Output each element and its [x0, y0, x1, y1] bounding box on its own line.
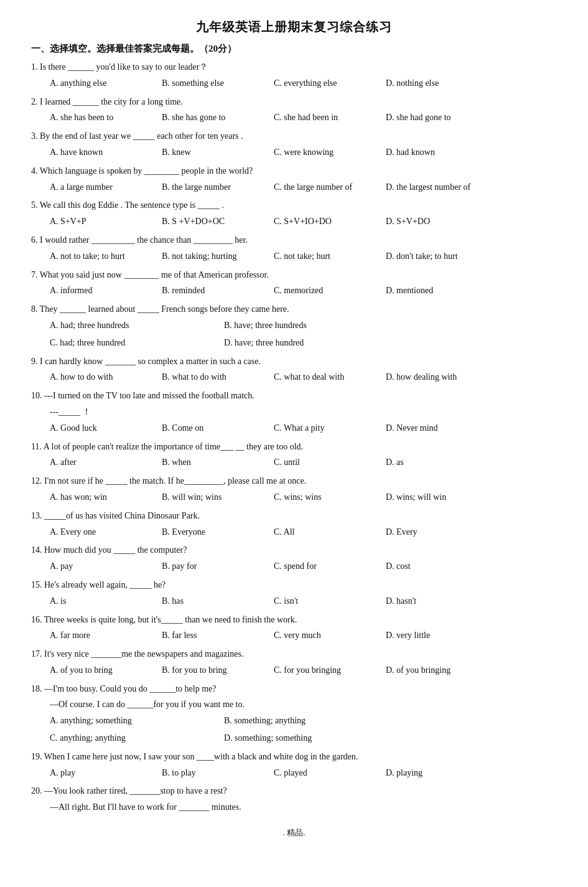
option-19-1: B. to play	[162, 766, 255, 781]
question-18: 18. —I'm too busy. Could you do ______to…	[31, 682, 557, 746]
options-row-3: A. have knownB. knewC. were knowingD. ha…	[31, 145, 557, 160]
option-11-3: D. as	[386, 455, 479, 470]
options-row-9: A. how to do withB. what to do withC. wh…	[31, 370, 557, 385]
question-7: 7. What you said just now ________ me of…	[31, 268, 557, 299]
option-15-3: D. hasn't	[386, 594, 479, 609]
question-6: 6. I would rather __________ the chance …	[31, 233, 557, 264]
option-14-1: B. pay for	[162, 559, 255, 574]
option-ml-8-0-0: A. had; three hundreds	[50, 318, 205, 333]
question-1: 1. Is there ______ you'd like to say to …	[31, 60, 557, 91]
question-text-9: 9. I can hardly know _______ so complex …	[31, 354, 557, 369]
option-17-1: B. for you to bring	[162, 663, 255, 678]
option-4-3: D. the largest number of	[386, 180, 479, 195]
option-7-1: B. reminded	[162, 283, 255, 298]
options-row-13: A. Every oneB. EveryoneC. AllD. Every	[31, 525, 557, 540]
option-5-1: B. S +V+DO+OC	[162, 214, 255, 229]
question-3: 3. By the end of last year we _____ each…	[31, 129, 557, 160]
option-12-0: A. has won; win	[50, 490, 143, 505]
question-text-2: 2. I learned ______ the city for a long …	[31, 95, 557, 110]
option-ml-8-0-1: B. have; three hundreds	[224, 318, 380, 333]
option-17-0: A. of you to bring	[50, 663, 143, 678]
question-17: 17. It's very nice _______me the newspap…	[31, 647, 557, 678]
option-2-3: D. she had gone to	[386, 110, 479, 125]
options-multirow-18-1: C. anything; anythingD. something; somet…	[31, 731, 557, 746]
question-text-17: 17. It's very nice _______me the newspap…	[31, 647, 557, 662]
question-5: 5. We call this dog Eddie . The sentence…	[31, 198, 557, 229]
question-text-3: 3. By the end of last year we _____ each…	[31, 129, 557, 144]
question-2: 2. I learned ______ the city for a long …	[31, 95, 557, 126]
option-11-2: C. until	[274, 455, 367, 470]
question-8: 8. They ______ learned about _____ Frenc…	[31, 302, 557, 350]
options-row-7: A. informedB. remindedC. memorizedD. men…	[31, 283, 557, 298]
options-row-11: A. afterB. whenC. untilD. as	[31, 455, 557, 470]
option-7-0: A. informed	[50, 283, 143, 298]
page-title: 九年级英语上册期末复习综合练习	[31, 19, 557, 35]
options-row-16: A. far moreB. far lessC. very muchD. ver…	[31, 628, 557, 643]
option-19-3: D. playing	[386, 766, 479, 781]
option-ml-8-1-0: C. had; three hundred	[50, 336, 205, 350]
question-14: 14. How much did you _____ the computer?…	[31, 543, 557, 574]
option-3-3: D. had known	[386, 145, 479, 160]
options-row-6: A. not to take; to hurtB. not taking; hu…	[31, 249, 557, 264]
question-subtext-10: ---_____ ！	[50, 405, 557, 420]
option-7-3: D. mentioned	[386, 283, 479, 298]
question-text-6: 6. I would rather __________ the chance …	[31, 233, 557, 248]
question-9: 9. I can hardly know _______ so complex …	[31, 354, 557, 385]
option-1-0: A. anything else	[50, 76, 143, 91]
option-19-2: C. played	[274, 766, 367, 781]
question-text-5: 5. We call this dog Eddie . The sentence…	[31, 198, 557, 213]
footer-label: . 精品.	[31, 827, 557, 838]
option-12-2: C. wins; wins	[274, 490, 367, 505]
question-text-18: 18. —I'm too busy. Could you do ______to…	[31, 682, 557, 697]
question-text-10: 10. ---I turned on the TV too late and m…	[31, 388, 557, 403]
options-multirow-8-0: A. had; three hundredsB. have; three hun…	[31, 318, 557, 333]
option-16-2: C. very much	[274, 628, 367, 643]
option-6-1: B. not taking; hurting	[162, 249, 255, 264]
option-7-2: C. memorized	[274, 283, 367, 298]
option-13-0: A. Every one	[50, 525, 143, 540]
option-12-1: B. will win; wins	[162, 490, 255, 505]
option-5-3: D. S+V+DO	[386, 214, 479, 229]
question-text-7: 7. What you said just now ________ me of…	[31, 268, 557, 283]
option-10-2: C. What a pity	[274, 421, 367, 436]
option-ml-18-0-1: B. something; anything	[224, 713, 380, 728]
options-row-4: A. a large numberB. the large numberC. t…	[31, 180, 557, 195]
options-row-5: A. S+V+PB. S +V+DO+OCC. S+V+IO+DOD. S+V+…	[31, 214, 557, 229]
question-text-4: 4. Which language is spoken by ________ …	[31, 164, 557, 179]
question-text-13: 13. _____of us has visited China Dinosau…	[31, 509, 557, 523]
option-9-2: C. what to deal with	[274, 370, 367, 385]
option-19-0: A. play	[50, 766, 143, 781]
option-16-0: A. far more	[50, 628, 143, 643]
option-10-0: A. Good luck	[50, 421, 143, 436]
question-text-1: 1. Is there ______ you'd like to say to …	[31, 60, 557, 75]
option-ml-18-0-0: A. anything; something	[50, 713, 205, 728]
options-row-2: A. she has been toB. she has gone toC. s…	[31, 110, 557, 125]
option-3-2: C. were knowing	[274, 145, 367, 160]
question-text-16: 16. Three weeks is quite long, but it's_…	[31, 612, 557, 627]
option-17-2: C. for you bringing	[274, 663, 367, 678]
question-15: 15. He's already well again, _____ he?A.…	[31, 578, 557, 609]
question-11: 11. A lot of people can't realize the im…	[31, 439, 557, 471]
option-14-2: C. spend for	[274, 559, 367, 574]
option-15-2: C. isn't	[274, 594, 367, 609]
option-12-3: D. wins; will win	[386, 490, 479, 505]
option-16-3: D. very little	[386, 628, 479, 643]
option-6-2: C. not take; hurt	[274, 249, 367, 264]
option-ml-18-1-0: C. anything; anything	[50, 731, 205, 746]
question-12: 12. I'm not sure if he _____ the match. …	[31, 474, 557, 505]
option-10-3: D. Never mind	[386, 421, 479, 436]
option-9-3: D. how dealing with	[386, 370, 479, 385]
option-2-1: B. she has gone to	[162, 110, 255, 125]
question-text-15: 15. He's already well again, _____ he?	[31, 578, 557, 593]
option-17-3: D. of you bringing	[386, 663, 479, 678]
options-row-19: A. playB. to playC. playedD. playing	[31, 766, 557, 781]
option-5-0: A. S+V+P	[50, 214, 143, 229]
option-11-0: A. after	[50, 455, 143, 470]
option-1-2: C. everything else	[274, 76, 367, 91]
question-16: 16. Three weeks is quite long, but it's_…	[31, 612, 557, 644]
options-row-15: A. isB. hasC. isn'tD. hasn't	[31, 594, 557, 609]
question-text-12: 12. I'm not sure if he _____ the match. …	[31, 474, 557, 489]
question-subtext-20: —All right. But I'll have to work for __…	[50, 800, 557, 815]
option-ml-18-1-1: D. something; something	[224, 731, 380, 746]
option-9-0: A. how to do with	[50, 370, 143, 385]
